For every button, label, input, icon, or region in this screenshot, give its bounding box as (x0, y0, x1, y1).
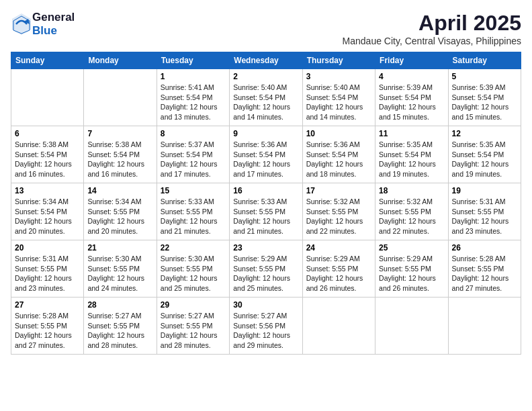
day-header-saturday: Saturday (448, 52, 521, 69)
day-info: Sunrise: 5:39 AMSunset: 5:54 PMDaylight:… (452, 83, 517, 122)
day-info: Sunrise: 5:37 AMSunset: 5:54 PMDaylight:… (161, 140, 226, 179)
day-info: Sunrise: 5:29 AMSunset: 5:55 PMDaylight:… (233, 254, 298, 293)
day-cell-6: 6Sunrise: 5:38 AMSunset: 5:54 PMDaylight… (11, 126, 84, 183)
day-number: 27 (15, 300, 80, 310)
day-info: Sunrise: 5:40 AMSunset: 5:54 PMDaylight:… (233, 83, 298, 122)
day-info: Sunrise: 5:31 AMSunset: 5:55 PMDaylight:… (15, 254, 80, 293)
page-header: General Blue April 2025 Mandaue City, Ce… (11, 11, 521, 46)
day-number: 18 (379, 186, 444, 195)
day-cell-12: 12Sunrise: 5:35 AMSunset: 5:54 PMDayligh… (448, 126, 521, 183)
day-info: Sunrise: 5:32 AMSunset: 5:55 PMDaylight:… (379, 197, 444, 236)
day-number: 23 (233, 243, 298, 253)
day-info: Sunrise: 5:27 AMSunset: 5:55 PMDaylight:… (161, 311, 226, 351)
day-cell-13: 13Sunrise: 5:34 AMSunset: 5:54 PMDayligh… (11, 183, 84, 240)
day-cell-3: 3Sunrise: 5:40 AMSunset: 5:54 PMDaylight… (302, 69, 375, 126)
day-number: 7 (87, 129, 152, 138)
day-number: 17 (306, 186, 371, 195)
empty-cell (448, 298, 521, 355)
day-info: Sunrise: 5:28 AMSunset: 5:55 PMDaylight:… (452, 254, 517, 293)
day-number: 3 (306, 72, 371, 81)
empty-cell (84, 69, 157, 126)
empty-cell (11, 69, 84, 126)
logo-text: General Blue (32, 11, 75, 38)
day-header-thursday: Thursday (302, 52, 375, 69)
calendar-header-row: SundayMondayTuesdayWednesdayThursdayFrid… (11, 52, 521, 69)
logo-general: General (32, 11, 75, 24)
day-info: Sunrise: 5:27 AMSunset: 5:55 PMDaylight:… (87, 311, 152, 351)
day-number: 29 (161, 300, 226, 310)
month-title: April 2025 (343, 11, 521, 36)
day-cell-1: 1Sunrise: 5:41 AMSunset: 5:54 PMDaylight… (157, 69, 229, 126)
location-subtitle: Mandaue City, Central Visayas, Philippin… (343, 36, 521, 46)
logo-icon (11, 12, 32, 36)
day-info: Sunrise: 5:27 AMSunset: 5:56 PMDaylight:… (233, 311, 298, 351)
week-row-1: 1Sunrise: 5:41 AMSunset: 5:54 PMDaylight… (11, 69, 521, 126)
day-cell-29: 29Sunrise: 5:27 AMSunset: 5:55 PMDayligh… (157, 298, 229, 355)
day-info: Sunrise: 5:34 AMSunset: 5:55 PMDaylight:… (87, 197, 152, 236)
day-info: Sunrise: 5:38 AMSunset: 5:54 PMDaylight:… (87, 140, 152, 179)
day-number: 19 (452, 186, 517, 195)
day-cell-15: 15Sunrise: 5:33 AMSunset: 5:55 PMDayligh… (157, 183, 229, 240)
day-cell-26: 26Sunrise: 5:28 AMSunset: 5:55 PMDayligh… (448, 240, 521, 298)
day-info: Sunrise: 5:36 AMSunset: 5:54 PMDaylight:… (233, 140, 298, 179)
logo: General Blue (11, 11, 75, 38)
day-number: 26 (452, 243, 517, 253)
day-number: 11 (379, 129, 444, 138)
day-info: Sunrise: 5:41 AMSunset: 5:54 PMDaylight:… (161, 83, 226, 122)
week-row-4: 20Sunrise: 5:31 AMSunset: 5:55 PMDayligh… (11, 240, 521, 298)
day-number: 24 (306, 243, 371, 253)
day-number: 8 (161, 129, 226, 138)
day-info: Sunrise: 5:29 AMSunset: 5:55 PMDaylight:… (306, 254, 371, 293)
day-number: 25 (379, 243, 444, 253)
day-info: Sunrise: 5:31 AMSunset: 5:55 PMDaylight:… (452, 197, 517, 236)
day-cell-10: 10Sunrise: 5:36 AMSunset: 5:54 PMDayligh… (302, 126, 375, 183)
svg-marker-0 (12, 13, 31, 35)
day-info: Sunrise: 5:33 AMSunset: 5:55 PMDaylight:… (233, 197, 298, 236)
day-header-monday: Monday (84, 52, 157, 69)
day-cell-2: 2Sunrise: 5:40 AMSunset: 5:54 PMDaylight… (230, 69, 302, 126)
logo-blue: Blue (32, 24, 75, 38)
day-cell-20: 20Sunrise: 5:31 AMSunset: 5:55 PMDayligh… (11, 240, 84, 298)
day-info: Sunrise: 5:35 AMSunset: 5:54 PMDaylight:… (379, 140, 444, 179)
day-cell-18: 18Sunrise: 5:32 AMSunset: 5:55 PMDayligh… (375, 183, 448, 240)
day-cell-17: 17Sunrise: 5:32 AMSunset: 5:55 PMDayligh… (302, 183, 375, 240)
title-block: April 2025 Mandaue City, Central Visayas… (343, 11, 521, 46)
day-header-tuesday: Tuesday (157, 52, 229, 69)
day-cell-16: 16Sunrise: 5:33 AMSunset: 5:55 PMDayligh… (230, 183, 302, 240)
calendar-table: SundayMondayTuesdayWednesdayThursdayFrid… (11, 52, 521, 355)
day-number: 5 (452, 72, 517, 81)
day-info: Sunrise: 5:30 AMSunset: 5:55 PMDaylight:… (87, 254, 152, 293)
day-number: 14 (87, 186, 152, 195)
day-cell-9: 9Sunrise: 5:36 AMSunset: 5:54 PMDaylight… (230, 126, 302, 183)
day-cell-30: 30Sunrise: 5:27 AMSunset: 5:56 PMDayligh… (230, 298, 302, 355)
day-cell-5: 5Sunrise: 5:39 AMSunset: 5:54 PMDaylight… (448, 69, 521, 126)
day-info: Sunrise: 5:39 AMSunset: 5:54 PMDaylight:… (379, 83, 444, 122)
day-info: Sunrise: 5:33 AMSunset: 5:55 PMDaylight:… (161, 197, 226, 236)
day-number: 4 (379, 72, 444, 81)
day-cell-25: 25Sunrise: 5:29 AMSunset: 5:55 PMDayligh… (375, 240, 448, 298)
day-cell-27: 27Sunrise: 5:28 AMSunset: 5:55 PMDayligh… (11, 298, 84, 355)
day-number: 15 (161, 186, 226, 195)
day-header-wednesday: Wednesday (230, 52, 302, 69)
day-number: 13 (15, 186, 80, 195)
day-number: 10 (306, 129, 371, 138)
day-info: Sunrise: 5:32 AMSunset: 5:55 PMDaylight:… (306, 197, 371, 236)
week-row-2: 6Sunrise: 5:38 AMSunset: 5:54 PMDaylight… (11, 126, 521, 183)
day-number: 1 (161, 72, 226, 81)
day-number: 12 (452, 129, 517, 138)
day-cell-23: 23Sunrise: 5:29 AMSunset: 5:55 PMDayligh… (230, 240, 302, 298)
day-number: 20 (15, 243, 80, 253)
day-info: Sunrise: 5:30 AMSunset: 5:55 PMDaylight:… (161, 254, 226, 293)
day-cell-22: 22Sunrise: 5:30 AMSunset: 5:55 PMDayligh… (157, 240, 229, 298)
day-info: Sunrise: 5:40 AMSunset: 5:54 PMDaylight:… (306, 83, 371, 122)
day-number: 28 (87, 300, 152, 310)
day-cell-7: 7Sunrise: 5:38 AMSunset: 5:54 PMDaylight… (84, 126, 157, 183)
day-info: Sunrise: 5:35 AMSunset: 5:54 PMDaylight:… (452, 140, 517, 179)
day-cell-8: 8Sunrise: 5:37 AMSunset: 5:54 PMDaylight… (157, 126, 229, 183)
day-cell-19: 19Sunrise: 5:31 AMSunset: 5:55 PMDayligh… (448, 183, 521, 240)
day-cell-24: 24Sunrise: 5:29 AMSunset: 5:55 PMDayligh… (302, 240, 375, 298)
day-cell-14: 14Sunrise: 5:34 AMSunset: 5:55 PMDayligh… (84, 183, 157, 240)
day-info: Sunrise: 5:38 AMSunset: 5:54 PMDaylight:… (15, 140, 80, 179)
day-number: 2 (233, 72, 298, 81)
day-cell-11: 11Sunrise: 5:35 AMSunset: 5:54 PMDayligh… (375, 126, 448, 183)
